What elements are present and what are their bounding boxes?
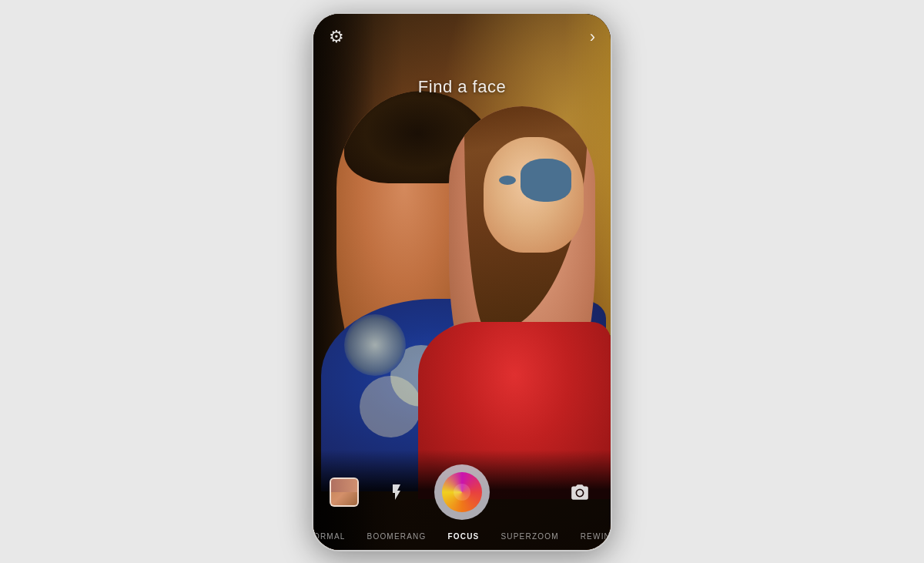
phone-frame: ⚙ › Find a face xyxy=(312,12,612,551)
tab-rewind[interactable]: REWIND xyxy=(570,532,611,541)
gallery-thumbnail[interactable] xyxy=(330,478,359,507)
flash-button[interactable] xyxy=(382,478,411,507)
camera-view: ⚙ › Find a face xyxy=(313,14,611,550)
capture-row xyxy=(313,464,611,520)
spacer xyxy=(513,478,542,507)
flash-icon xyxy=(387,483,406,501)
find-face-label: Find a face xyxy=(313,77,611,97)
tab-normal[interactable]: NORMAL xyxy=(313,532,357,541)
bottom-controls: NORMAL BOOMERANG FOCUS SUPERZOOM REWIND xyxy=(313,450,611,550)
tab-focus[interactable]: FOCUS xyxy=(437,532,490,541)
tab-superzoom[interactable]: SUPERZOOM xyxy=(490,532,569,541)
flip-camera-button[interactable] xyxy=(565,478,594,507)
capture-button[interactable] xyxy=(434,464,490,520)
next-arrow-icon[interactable]: › xyxy=(590,27,595,47)
capture-button-inner xyxy=(442,472,482,512)
flip-camera-icon xyxy=(570,482,590,502)
top-bar: ⚙ › xyxy=(313,14,611,60)
person-right-face xyxy=(484,137,584,253)
tab-boomerang[interactable]: BOOMERANG xyxy=(357,532,437,541)
mode-tabs: NORMAL BOOMERANG FOCUS SUPERZOOM REWIND xyxy=(313,532,611,541)
settings-icon[interactable]: ⚙ xyxy=(329,27,344,47)
